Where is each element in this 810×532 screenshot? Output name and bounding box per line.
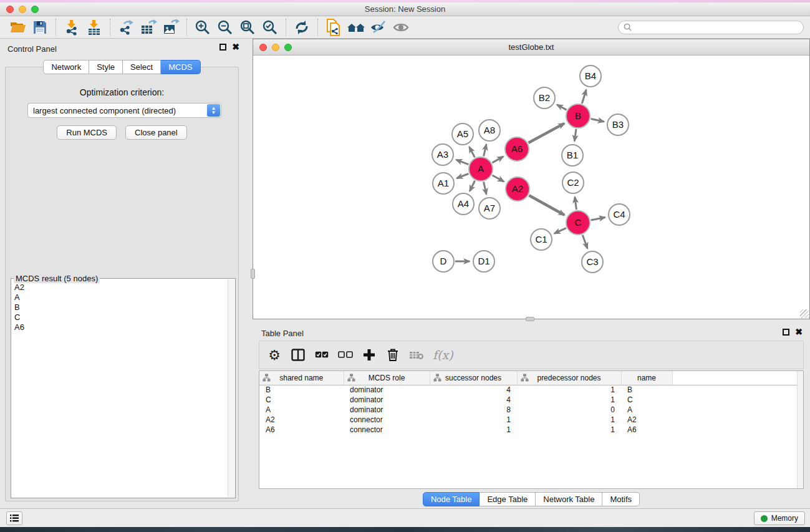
graph-edge-C-C4[interactable] bbox=[591, 217, 605, 220]
zoom-fit-icon[interactable] bbox=[236, 17, 259, 37]
open-file-icon[interactable] bbox=[6, 17, 29, 37]
network-canvas[interactable]: B4B2BB3A8A5A6A3B1AA1C2A2A4A7C4CC1C3DD1 bbox=[253, 56, 809, 319]
graph-node-B4[interactable]: B4 bbox=[580, 65, 601, 87]
table-row[interactable]: A6connector11A6 bbox=[259, 425, 803, 435]
graph-node-C4[interactable]: C4 bbox=[609, 204, 630, 225]
table-cell[interactable]: 1 bbox=[517, 425, 621, 435]
graph-edge-B-B3[interactable] bbox=[591, 118, 604, 122]
graph-node-C1[interactable]: C1 bbox=[531, 229, 552, 250]
table-cell[interactable]: connector bbox=[344, 425, 430, 435]
run-mcds-button[interactable]: Run MCDS bbox=[57, 125, 117, 140]
graph-node-A8[interactable]: A8 bbox=[479, 120, 500, 141]
table-cell[interactable]: 8 bbox=[430, 405, 517, 415]
zoom-out-icon[interactable] bbox=[214, 17, 236, 37]
table-cell[interactable]: A bbox=[621, 405, 672, 415]
minimize-window-button[interactable] bbox=[19, 6, 26, 13]
split-columns-icon[interactable] bbox=[291, 346, 306, 364]
graph-node-A4[interactable]: A4 bbox=[453, 193, 474, 215]
graph-edge-A-A7[interactable] bbox=[484, 181, 486, 194]
graph-node-A3[interactable]: A3 bbox=[432, 144, 453, 165]
search-input[interactable] bbox=[635, 23, 798, 32]
network-zoom-button[interactable] bbox=[284, 44, 292, 51]
graph-node-A6[interactable]: A6 bbox=[505, 137, 529, 161]
control-tab-network[interactable]: Network bbox=[43, 60, 89, 74]
mcds-list-scrollbar[interactable] bbox=[228, 279, 234, 497]
destroy-table-icon[interactable] bbox=[409, 346, 424, 364]
graph-edge-A-A6[interactable] bbox=[492, 157, 503, 163]
table-cell[interactable]: 4 bbox=[430, 385, 517, 395]
graph-edge-B-B1[interactable] bbox=[574, 129, 576, 141]
zoom-selected-icon[interactable] bbox=[259, 17, 281, 37]
add-column-icon[interactable] bbox=[362, 346, 377, 364]
column-header-MCDS-role[interactable]: MCDS role bbox=[344, 371, 430, 385]
table-cell[interactable]: 1 bbox=[517, 395, 621, 405]
table-cell[interactable]: C bbox=[621, 395, 672, 405]
table-cell[interactable]: B bbox=[621, 385, 672, 395]
memory-button[interactable]: Memory bbox=[754, 511, 805, 525]
column-header-shared-name[interactable]: shared name bbox=[259, 371, 344, 385]
table-cell[interactable]: 0 bbox=[517, 405, 621, 415]
table-cell[interactable]: 1 bbox=[430, 425, 517, 435]
window-resize-grip[interactable] bbox=[800, 309, 809, 318]
graph-node-A5[interactable]: A5 bbox=[452, 123, 473, 145]
table-cell[interactable]: A2 bbox=[259, 415, 344, 425]
graph-node-A1[interactable]: A1 bbox=[433, 173, 454, 194]
mcds-result-item[interactable]: C bbox=[12, 312, 228, 322]
mcds-result-item[interactable]: A2 bbox=[12, 283, 228, 293]
column-header-name[interactable]: name bbox=[621, 371, 672, 385]
zoom-window-button[interactable] bbox=[31, 6, 39, 13]
table-cell[interactable]: A bbox=[259, 405, 344, 415]
graph-node-D[interactable]: D bbox=[433, 251, 454, 272]
table-cell[interactable]: A6 bbox=[621, 425, 672, 435]
window-edge-handle[interactable] bbox=[526, 317, 534, 321]
import-network-icon[interactable] bbox=[60, 17, 83, 37]
network-graph[interactable]: B4B2BB3A8A5A6A3B1AA1C2A2A4A7C4CC1C3DD1 bbox=[253, 56, 809, 319]
export-image-icon[interactable] bbox=[160, 17, 182, 37]
graph-edge-A-A8[interactable] bbox=[484, 144, 486, 156]
table-cell[interactable]: B bbox=[259, 385, 344, 395]
search-box[interactable] bbox=[618, 21, 804, 34]
graph-edge-A-A5[interactable] bbox=[470, 147, 475, 157]
optimization-criterion-select[interactable]: largest connected component (directed) ▲… bbox=[27, 103, 221, 118]
table-scrollbar[interactable] bbox=[797, 371, 803, 488]
table-cell[interactable]: dominator bbox=[344, 385, 430, 395]
table-row[interactable]: Adominator80A bbox=[259, 405, 803, 415]
control-tab-mcds[interactable]: MCDS bbox=[161, 60, 200, 74]
graph-node-B3[interactable]: B3 bbox=[607, 114, 629, 135]
graph-edge-A-A1[interactable] bbox=[456, 174, 468, 178]
graph-node-C[interactable]: C bbox=[566, 211, 590, 235]
float-panel-icon[interactable] bbox=[219, 44, 226, 51]
table-tab-node-table[interactable]: Node Table bbox=[423, 492, 480, 506]
close-panel-button[interactable]: Close panel bbox=[125, 125, 187, 140]
table-cell[interactable]: connector bbox=[344, 415, 430, 425]
graph-edge-A-A3[interactable] bbox=[456, 160, 469, 164]
graph-node-D1[interactable]: D1 bbox=[473, 251, 494, 272]
export-table-icon[interactable] bbox=[137, 17, 160, 37]
table-tab-network-table[interactable]: Network Table bbox=[536, 492, 602, 506]
graph-edge-C-C3[interactable] bbox=[582, 235, 587, 249]
column-header-predecessor-nodes[interactable]: predecessor nodes bbox=[517, 371, 621, 385]
refresh-view-icon[interactable] bbox=[291, 17, 313, 37]
network-minimize-button[interactable] bbox=[272, 44, 279, 51]
table-cell[interactable]: 1 bbox=[517, 385, 621, 395]
table-cell[interactable]: dominator bbox=[344, 405, 430, 415]
table-cell[interactable]: A2 bbox=[621, 415, 672, 425]
graph-node-C3[interactable]: C3 bbox=[582, 251, 603, 273]
session-home-icon[interactable] bbox=[345, 17, 367, 37]
graph-edge-B-B2[interactable] bbox=[557, 105, 566, 110]
table-row[interactable]: Cdominator41C bbox=[259, 395, 803, 405]
gear-icon[interactable]: ⚙ bbox=[267, 346, 282, 364]
graph-edge-A2-C[interactable] bbox=[529, 195, 564, 215]
graph-edge-C-C2[interactable] bbox=[575, 197, 577, 210]
graph-node-A2[interactable]: A2 bbox=[506, 177, 529, 201]
graph-node-C2[interactable]: C2 bbox=[562, 172, 584, 193]
import-table-icon[interactable] bbox=[83, 17, 105, 37]
mcds-result-item[interactable]: A6 bbox=[12, 322, 228, 332]
graph-node-B2[interactable]: B2 bbox=[534, 87, 555, 109]
graph-edge-A-A2[interactable] bbox=[492, 175, 504, 181]
float-table-panel-icon[interactable] bbox=[783, 329, 789, 336]
table-cell[interactable]: 1 bbox=[430, 415, 517, 425]
birds-eye-view-icon[interactable] bbox=[390, 17, 412, 37]
export-network-icon[interactable] bbox=[115, 17, 137, 37]
table-cell[interactable]: dominator bbox=[344, 395, 430, 405]
